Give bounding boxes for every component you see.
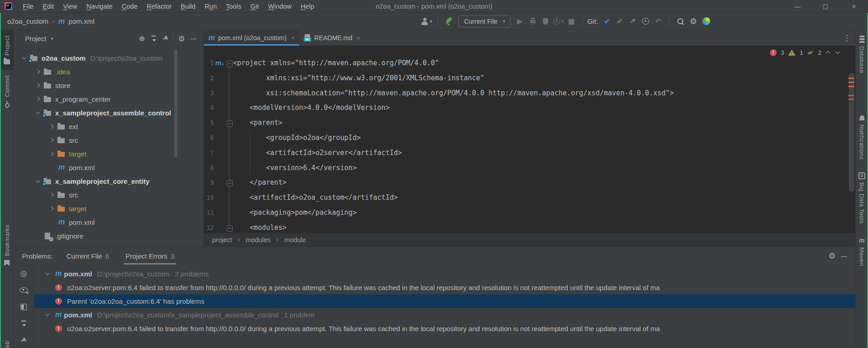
tree-chevron-icon[interactable] xyxy=(34,98,42,101)
problem-row[interactable]: m ! Parent 'o2oa:o2oa_custom:6.4' has pr… xyxy=(34,294,855,308)
tool-tab-bookmarks[interactable]: Bookmarks xyxy=(0,219,14,271)
menu-item[interactable]: Tools xyxy=(221,0,246,13)
breadcrumb-file[interactable]: pom.xml xyxy=(68,17,94,25)
error-stripe-mark[interactable] xyxy=(848,99,854,100)
collapse-all-button[interactable] xyxy=(21,337,27,345)
expand-all-button[interactable] xyxy=(21,320,27,328)
tree-row[interactable]: target xyxy=(14,202,203,215)
menu-item[interactable]: Git xyxy=(246,0,264,13)
search-everywhere-button[interactable] xyxy=(676,16,686,27)
problem-row[interactable]: m pom.xml D:\project\o2oa_custom\x_sampl… xyxy=(34,308,855,322)
severity-filter-icon[interactable]: ◎ xyxy=(20,269,27,277)
menu-item[interactable]: Window xyxy=(264,0,296,13)
tree-chevron-icon[interactable] xyxy=(34,112,42,114)
tree-chevron-icon[interactable] xyxy=(43,314,52,316)
problem-row[interactable]: m ! o2oa:o2server:pom:6.4 failed to tran… xyxy=(34,280,855,294)
hide-panel-button[interactable]: — xyxy=(187,34,199,44)
tree-row[interactable]: pom.xml xyxy=(14,215,203,229)
problem-row[interactable]: m ! o2oa:o2server:pom:6.4 failed to tran… xyxy=(34,322,855,335)
next-problem-icon[interactable] xyxy=(835,50,841,56)
menu-item[interactable]: Help xyxy=(296,0,319,13)
profiler-button[interactable]: ▾ xyxy=(553,16,564,27)
problems-tab[interactable]: Project Errors 3 xyxy=(125,247,174,265)
run-configuration-select[interactable]: Current File ▾ xyxy=(458,16,510,27)
tool-tab-notifications[interactable]: Notifications xyxy=(858,115,865,160)
menu-item[interactable]: Build xyxy=(176,0,200,13)
menu-item[interactable]: Refactor xyxy=(142,0,177,13)
git-history-button[interactable] xyxy=(640,16,650,27)
tree-chevron-icon[interactable] xyxy=(47,207,56,210)
collapse-all-button[interactable] xyxy=(160,34,172,44)
menu-item[interactable]: Code xyxy=(117,0,142,13)
tree-chevron-icon[interactable] xyxy=(47,152,56,156)
tree-row[interactable]: .gitignore xyxy=(14,229,203,243)
tree-chevron-icon[interactable] xyxy=(47,125,56,128)
locate-file-button[interactable]: ⊕ xyxy=(136,34,148,44)
tree-row[interactable]: pom.xml xyxy=(14,161,203,174)
tree-chevron-icon[interactable] xyxy=(47,139,56,142)
editor-scrollbar[interactable] xyxy=(849,73,854,192)
tool-tab-big-data-tools[interactable]: D Big Data Tools xyxy=(858,172,865,224)
coverage-button[interactable] xyxy=(541,16,551,27)
code-editor[interactable]: 1<project xmlns="http://maven.apache.org… xyxy=(204,46,855,233)
user-account-button[interactable]: ▾ xyxy=(421,16,432,27)
stop-button[interactable]: ■ xyxy=(567,16,577,27)
view-options-button[interactable] xyxy=(20,286,28,294)
panel-settings-button[interactable]: ⚙ xyxy=(176,34,187,44)
hide-problems-button[interactable]: — xyxy=(838,251,850,261)
breadcrumb-item[interactable]: project xyxy=(212,236,232,244)
git-rollback-button[interactable]: ↶ xyxy=(653,16,663,27)
tree-chevron-icon[interactable] xyxy=(34,180,42,182)
tree-chevron-icon[interactable] xyxy=(34,84,42,87)
tool-tab-maven[interactable]: m Maven xyxy=(858,237,865,266)
problems-tab[interactable]: Current File 6 xyxy=(67,247,109,265)
problem-row[interactable]: m pom.xml D:\project\o2oa_custom 2 probl… xyxy=(34,267,855,280)
project-scrollbar[interactable] xyxy=(174,49,177,157)
git-push-button[interactable]: ↗ xyxy=(628,16,638,27)
tree-chevron-icon[interactable] xyxy=(20,57,28,59)
close-tab-icon[interactable]: × xyxy=(291,35,295,42)
fold-marker-icon[interactable] xyxy=(226,175,233,190)
fold-marker-icon[interactable] xyxy=(226,220,233,233)
fold-marker-icon[interactable] xyxy=(226,56,233,71)
error-stripe-mark[interactable] xyxy=(848,78,854,79)
tree-row[interactable]: src xyxy=(14,188,203,202)
minimize-button[interactable]: — xyxy=(783,0,811,13)
run-button[interactable]: ▶ xyxy=(515,16,525,27)
menu-item[interactable]: View xyxy=(58,0,82,13)
breadcrumb-item[interactable]: modules xyxy=(246,236,271,244)
previous-problem-icon[interactable] xyxy=(826,50,831,56)
tool-tab-web[interactable]: Web xyxy=(0,335,14,348)
tree-chevron-icon[interactable] xyxy=(43,273,52,275)
menu-item[interactable]: Navigate xyxy=(82,0,117,13)
git-update-button[interactable]: ↙ xyxy=(602,16,612,27)
error-stripe-mark[interactable] xyxy=(848,82,854,83)
tree-chevron-icon[interactable] xyxy=(47,193,56,197)
close-tab-icon[interactable]: × xyxy=(357,35,360,42)
settings-button[interactable]: ⚙ xyxy=(688,16,698,27)
ide-features-button[interactable] xyxy=(701,16,711,27)
editor-tab[interactable]: MD README.md × xyxy=(299,30,365,46)
menu-item[interactable]: Edit xyxy=(38,0,58,13)
tree-row[interactable]: x_sampleproject_core_entity xyxy=(14,174,203,188)
tool-tab-project[interactable]: Project xyxy=(0,30,14,70)
build-button[interactable] xyxy=(444,16,454,27)
fold-marker-icon[interactable] xyxy=(226,115,233,130)
open-preview-button[interactable] xyxy=(21,303,27,311)
breadcrumb-project[interactable]: o2oa_custom xyxy=(7,17,48,25)
debug-button[interactable] xyxy=(528,16,538,27)
tree-chevron-icon[interactable] xyxy=(34,70,42,73)
chevron-down-icon[interactable]: ▾ xyxy=(51,36,53,41)
error-stripe-mark[interactable] xyxy=(848,86,854,87)
breadcrumb-item[interactable]: module xyxy=(284,236,306,244)
problems-settings-button[interactable]: ⚙ xyxy=(826,251,838,261)
expand-all-button[interactable] xyxy=(148,34,160,44)
tool-tab-database[interactable]: Database xyxy=(858,36,865,73)
menu-item[interactable]: Run xyxy=(200,0,222,13)
close-button[interactable]: × xyxy=(840,0,868,13)
maximize-button[interactable]: □ xyxy=(811,0,840,13)
tab-options-kebab-icon[interactable]: ⋮ xyxy=(843,33,851,42)
error-stripe-mark[interactable] xyxy=(848,95,854,96)
git-commit-button[interactable]: ✔ xyxy=(615,16,625,27)
editor-tab[interactable]: m pom.xml (o2oa_custom) × xyxy=(204,30,299,46)
